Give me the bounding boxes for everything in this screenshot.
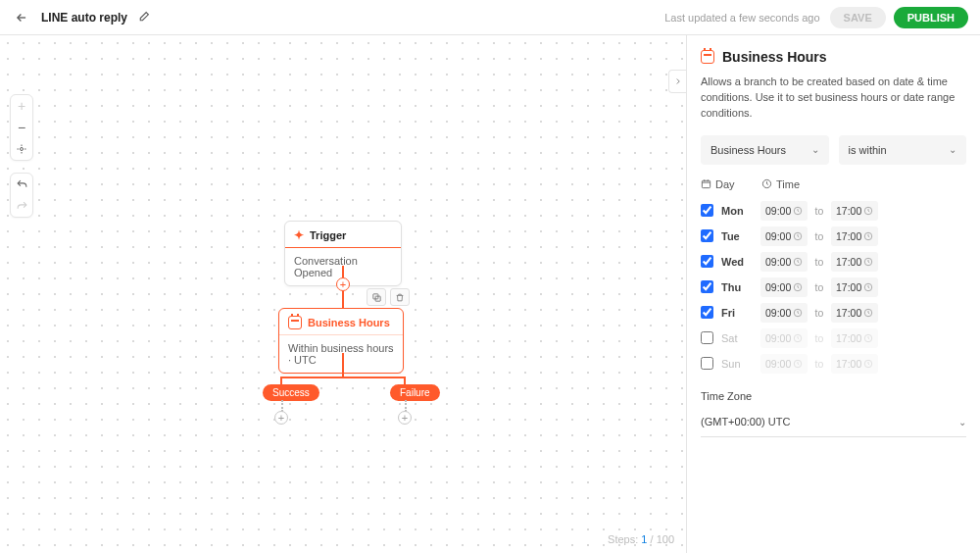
calendar-icon [701, 50, 714, 64]
day-label: Sun [721, 358, 760, 370]
svg-point-0 [21, 148, 24, 151]
day-label: Mon [721, 205, 760, 217]
clock-icon [793, 359, 803, 369]
to-label: to [808, 358, 831, 370]
clock-icon [793, 231, 803, 241]
day-checkbox[interactable] [701, 357, 713, 370]
day-row-wed: Wed09:00to17:00 [701, 249, 966, 275]
end-time-input[interactable]: 17:00 [831, 252, 878, 272]
clock-icon [863, 257, 873, 267]
node-body: Within business hours · UTC [279, 334, 403, 373]
success-branch[interactable]: Success [263, 384, 319, 401]
copy-node-button[interactable] [367, 288, 386, 306]
end-time-input: 17:00 [831, 354, 878, 374]
redo-button [10, 195, 33, 217]
start-time-input[interactable]: 09:00 [760, 226, 808, 246]
delete-node-button[interactable] [390, 288, 410, 306]
end-time-input[interactable]: 17:00 [831, 201, 878, 221]
publish-button[interactable]: PUBLISH [894, 7, 968, 28]
day-label: Sat [721, 332, 760, 344]
day-row-sat: Sat09:00to17:00 [701, 326, 966, 351]
trigger-icon: ✦ [294, 228, 304, 242]
day-checkbox[interactable] [701, 229, 713, 242]
day-checkbox[interactable] [701, 280, 713, 293]
day-checkbox[interactable] [701, 204, 713, 217]
clock-icon [793, 308, 803, 318]
day-checkbox[interactable] [701, 255, 713, 268]
to-label: to [808, 332, 831, 344]
failure-branch[interactable]: Failure [390, 384, 440, 401]
day-checkbox[interactable] [701, 306, 713, 319]
start-time-input: 09:00 [760, 328, 808, 348]
save-button: SAVE [830, 7, 886, 28]
timezone-select[interactable]: (GMT+00:00) UTC ⌄ [701, 408, 966, 437]
clock-icon [793, 257, 803, 267]
to-label: to [808, 256, 831, 268]
add-success-step-button[interactable]: + [274, 411, 288, 425]
day-label: Wed [721, 256, 760, 268]
clock-icon [793, 282, 803, 292]
to-label: to [808, 307, 831, 319]
start-time-input: 09:00 [760, 354, 808, 374]
end-time-input[interactable]: 17:00 [831, 303, 878, 323]
start-time-input[interactable]: 09:00 [760, 303, 808, 323]
day-checkbox[interactable] [701, 331, 713, 344]
schedule-header: Day Time [701, 178, 966, 190]
start-time-input[interactable]: 09:00 [760, 277, 808, 297]
canvas[interactable]: + − ✦Trigger Conversation Opened + [0, 35, 686, 553]
zoom-out-button[interactable]: − [10, 117, 33, 138]
edit-title-button[interactable] [137, 11, 150, 24]
schedule-rows: Mon09:00to17:00Tue09:00to17:00Wed09:00to… [701, 198, 966, 377]
day-row-sun: Sun09:00to17:00 [701, 351, 966, 377]
to-label: to [808, 230, 831, 242]
chevron-down-icon: ⌄ [949, 144, 956, 155]
collapse-panel-button[interactable] [668, 70, 686, 93]
clock-icon [863, 231, 873, 241]
clock-icon [863, 359, 873, 369]
trigger-title: Trigger [310, 229, 346, 241]
day-label: Fri [721, 307, 760, 319]
end-time-input[interactable]: 17:00 [831, 226, 878, 246]
clock-icon [863, 333, 873, 343]
condition-operator-select[interactable]: is within ⌄ [839, 135, 967, 165]
start-time-input[interactable]: 09:00 [760, 201, 808, 221]
clock-icon [793, 206, 803, 216]
workflow-title: LINE auto reply [41, 11, 127, 25]
day-row-fri: Fri09:00to17:00 [701, 300, 966, 326]
chevron-down-icon: ⌄ [811, 144, 819, 155]
end-time-input[interactable]: 17:00 [831, 277, 878, 297]
node-title: Business Hours [308, 317, 390, 328]
clock-icon [863, 282, 873, 292]
to-label: to [808, 205, 831, 217]
add-step-button[interactable]: + [336, 277, 350, 291]
step-counter: Steps: 1 / 100 [608, 533, 674, 545]
calendar-icon [288, 316, 302, 329]
clock-icon [793, 333, 803, 343]
clock-icon [863, 308, 873, 318]
node-action-toolbar [367, 288, 410, 306]
zoom-toolbar: + − [10, 94, 33, 161]
day-row-tue: Tue09:00to17:00 [701, 224, 966, 249]
svg-rect-3 [702, 181, 710, 188]
last-updated: Last updated a few seconds ago [664, 12, 819, 24]
condition-type-select[interactable]: Business Hours ⌄ [701, 135, 829, 165]
business-hours-node[interactable]: Business Hours Within business hours · U… [278, 308, 404, 374]
end-time-input: 17:00 [831, 328, 878, 348]
timezone-label: Time Zone [701, 390, 966, 402]
to-label: to [808, 281, 831, 293]
day-label: Thu [721, 281, 760, 293]
day-row-thu: Thu09:00to17:00 [701, 275, 966, 300]
settings-panel: Business Hours Allows a branch to be cre… [686, 35, 980, 553]
chevron-down-icon: ⌄ [958, 417, 966, 427]
header: LINE auto reply Last updated a few secon… [0, 0, 980, 35]
panel-title: Business Hours [701, 49, 966, 65]
undo-button[interactable] [10, 174, 33, 195]
add-failure-step-button[interactable]: + [398, 411, 412, 425]
back-button[interactable] [12, 8, 31, 27]
clock-icon [863, 206, 873, 216]
start-time-input[interactable]: 09:00 [760, 252, 808, 272]
panel-description: Allows a branch to be created based on d… [701, 75, 966, 122]
fit-button[interactable] [10, 138, 33, 160]
day-row-mon: Mon09:00to17:00 [701, 198, 966, 224]
day-label: Tue [721, 230, 760, 242]
